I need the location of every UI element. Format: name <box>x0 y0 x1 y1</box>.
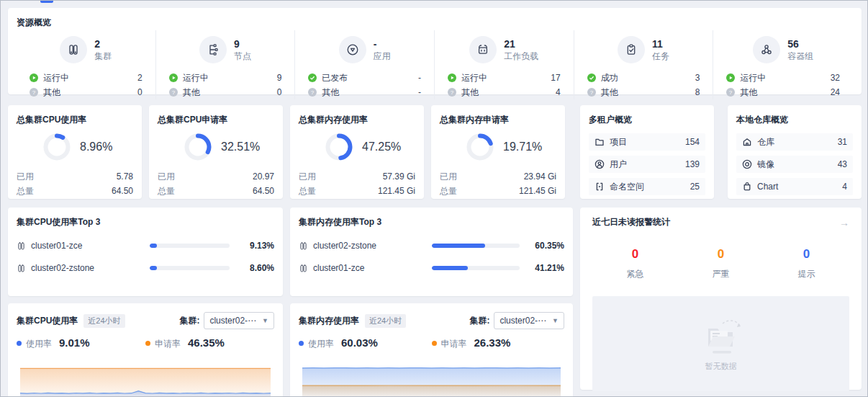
gauge-title: 总集群内存使用率 <box>299 114 415 126</box>
cluster-select[interactable]: cluster02-⋯▼ <box>204 312 274 329</box>
status-row: ? 其他0 <box>30 85 143 99</box>
gauge-percent: 47.25% <box>362 140 401 153</box>
gauge-cpu-usage-card: 总集群CPU使用率 8.96% 已用5.78 总量64.50 <box>8 105 142 199</box>
running-icon <box>169 73 178 82</box>
status-row: 运行中17 <box>448 71 561 85</box>
top3-row[interactable]: cluster02-zstone 60.35% <box>299 241 564 251</box>
alarm-title: 近七日未读报警统计 <box>592 216 670 228</box>
mem-top3-title: 集群内存使用率Top 3 <box>299 216 564 228</box>
stats-grid: 2 集群 运行中2 ? 其他0 9 节点 <box>17 30 853 99</box>
mem-area-chart[interactable] <box>302 366 561 397</box>
progress-bar <box>150 266 230 270</box>
progress-bar <box>150 244 230 248</box>
gauge-percent: 19.71% <box>503 140 542 153</box>
chart-icon <box>742 182 752 192</box>
project-icon <box>595 137 605 147</box>
alarm-severe: 0 严重 <box>678 247 764 280</box>
alarm-stats-card: 近七日未读报警统计 → 0 紧急 0 严重 0 提示 暂无数据 <box>580 208 862 390</box>
legend-dot <box>17 341 22 346</box>
gauge-title: 总集群内存申请率 <box>440 114 556 126</box>
cluster-select-label: 集群: <box>179 315 199 327</box>
legend-dot <box>145 341 150 346</box>
stat-workloads[interactable]: 21 工作负载 运行中17 ? 其他4 <box>435 30 574 99</box>
cpu-chart-card: 集群CPU使用率 近24小时 集群: cluster02-⋯▼ 使用率 9.01… <box>8 303 283 397</box>
cluster-icon <box>17 264 26 273</box>
stat-clusters[interactable]: 2 集群 运行中2 ? 其他0 <box>17 30 156 99</box>
mem-top3-card: 集群内存使用率Top 3 cluster02-zstone 60.35% clu… <box>290 208 573 296</box>
donut-gauge <box>325 133 353 161</box>
tenant-overview-card: 多租户概览 项目154 用户139 命名空间25 <box>580 105 714 199</box>
donut-gauge <box>184 133 212 161</box>
alarm-critical: 0 紧急 <box>592 247 678 280</box>
stat-apps[interactable]: - 应用 已发布- ? 其他- <box>295 30 435 99</box>
empty-folder-illustration <box>691 316 751 358</box>
other-icon: ? <box>169 88 178 97</box>
status-row: 运行中32 <box>726 71 840 85</box>
cpu-area-chart[interactable] <box>20 366 271 397</box>
gauge-title: 总集群CPU申请率 <box>158 114 274 126</box>
status-row: 已发布- <box>308 71 421 85</box>
svg-text:?: ? <box>32 89 36 96</box>
legend-dot <box>299 341 304 346</box>
other-icon: ? <box>30 88 38 97</box>
resource-overview-title: 资源概览 <box>17 17 853 29</box>
repo-row-images[interactable]: 镜像43 <box>736 156 853 173</box>
svg-text:?: ? <box>589 89 593 96</box>
repo-row-charts[interactable]: Chart4 <box>736 178 853 195</box>
other-icon: ? <box>308 88 317 97</box>
tenant-row-projects[interactable]: 项目154 <box>589 133 705 151</box>
gauge-mem-usage-card: 总集群内存使用率 47.25% 已用57.39 Gi 总量121.45 Gi <box>290 105 424 199</box>
gauge-title: 总集群CPU使用率 <box>17 114 133 126</box>
other-icon: ? <box>448 88 456 97</box>
status-row: ? 其他8 <box>587 85 700 99</box>
stat-label: 集群 <box>94 50 112 62</box>
resource-overview-card: 资源概览 2 集群 运行中2 ? 其他0 <box>8 8 862 94</box>
stat-tasks[interactable]: 11 任务 成功3 ? 其他8 <box>574 30 714 99</box>
status-row: 运行中9 <box>169 71 282 85</box>
status-row: 运行中2 <box>30 71 143 85</box>
user-icon <box>595 159 605 169</box>
top3-row[interactable]: cluster01-zce 41.21% <box>299 263 564 273</box>
gauge-percent: 32.51% <box>221 140 260 153</box>
donut-gauge <box>43 133 71 161</box>
other-icon: ? <box>587 88 596 97</box>
progress-bar <box>432 244 520 248</box>
node-icon <box>199 36 227 63</box>
period-badge: 近24小时 <box>83 314 125 328</box>
cluster-icon <box>299 241 308 251</box>
success-icon <box>587 73 596 82</box>
svg-text:?: ? <box>451 89 454 96</box>
stat-pods[interactable]: 56 容器组 运行中32 ? 其他24 <box>713 30 853 99</box>
active-tab-indicator[interactable] <box>40 1 53 3</box>
running-icon <box>30 73 38 82</box>
other-icon: ? <box>726 88 735 97</box>
gauge-cpu-request-card: 总集群CPU申请率 32.51% 已用20.97 总量64.50 <box>149 105 283 199</box>
cluster-select[interactable]: cluster02-⋯▼ <box>494 312 564 329</box>
progress-bar <box>432 266 520 270</box>
repo-row-repos[interactable]: 仓库31 <box>736 133 853 151</box>
cluster-icon <box>17 241 26 251</box>
status-row: ? 其他- <box>308 85 421 99</box>
top3-row[interactable]: cluster01-zce 9.13% <box>17 241 274 251</box>
status-row: ? 其他24 <box>726 85 840 99</box>
svg-text:?: ? <box>729 89 733 96</box>
workload-icon <box>469 36 497 63</box>
svg-text:?: ? <box>311 89 315 96</box>
mem-chart-card: 集群内存使用率 近24小时 集群: cluster02-⋯▼ 使用率 60.03… <box>290 303 573 397</box>
repo-icon <box>742 137 752 147</box>
stat-value: 2 <box>94 38 112 50</box>
cpu-top3-card: 集群CPU使用率Top 3 cluster01-zce 9.13% cluste… <box>8 208 283 296</box>
period-badge: 近24小时 <box>365 314 406 328</box>
chevron-down-icon: ▼ <box>262 317 268 324</box>
stat-nodes[interactable]: 9 节点 运行中9 ? 其他0 <box>156 30 296 99</box>
cpu-chart-title: 集群CPU使用率 <box>17 315 78 327</box>
cluster-select-label: 集群: <box>469 315 489 327</box>
tenant-row-namespaces[interactable]: 命名空间25 <box>589 178 705 195</box>
top3-row[interactable]: cluster02-zstone 8.60% <box>17 263 274 273</box>
arrow-right-icon[interactable]: → <box>839 217 849 228</box>
success-icon <box>308 73 317 82</box>
repo-overview-title: 本地仓库概览 <box>736 114 853 126</box>
legend-request: 申请率 46.35% <box>145 336 274 350</box>
alarm-info: 0 提示 <box>764 247 849 280</box>
tenant-row-users[interactable]: 用户139 <box>589 156 705 173</box>
